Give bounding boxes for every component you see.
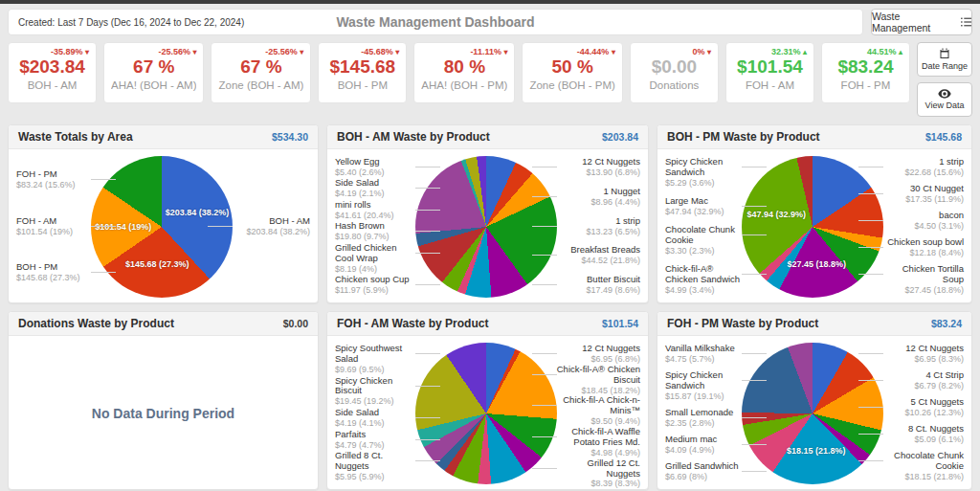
page-title: Waste Management Dashboard [9, 14, 862, 30]
panel-total-amount: $145.68 [925, 131, 962, 143]
panel-header: Waste Totals by Area $534.30 [9, 125, 318, 149]
pie-labels-right: 12 Ct Nuggets $6.95 (6.8%) Chick-fil-A® … [557, 342, 640, 484]
pie-callout-label: 12 Ct Nuggets $6.95 (6.8%) [557, 344, 640, 365]
header-row: Created: Last 7 Days (Dec 16, 2024 to De… [8, 9, 972, 35]
pie-callout-label: Grilled 8 Ct. Nuggets $5.95 (5.9%) [335, 451, 415, 482]
pie-chart-area: Vanilla Milkshake $4.75 (5.7%) Spicy Chi… [657, 336, 971, 490]
kpi-card[interactable]: 44.51% ▴ $83.24 FOH - PM [821, 42, 910, 103]
kpi-value: $83.24 [829, 56, 902, 78]
trend-caret-icon: ▾ [300, 48, 303, 56]
kpi-label: Zone (BOH - PM) [529, 79, 614, 91]
pie-callout-label: Large Mac $47.94 (32.9%) [665, 196, 742, 217]
trend-caret-icon: ▾ [395, 48, 399, 56]
kpi-change-dropdown[interactable]: -25.56% ▾ [265, 47, 303, 56]
panel-donations-waste: Donations Waste by Product $0.00 No Data… [8, 311, 319, 490]
panel-header: BOH - PM Waste by Product $145.68 [657, 125, 971, 149]
pie-slice-inner-label: $27.45 (18.8%) [787, 259, 846, 269]
kpi-change-dropdown[interactable]: 32.31% ▴ [771, 47, 807, 56]
pie-slice-inner-label: $18.15 (21.8%) [787, 446, 846, 456]
kpi-card[interactable]: -35.89% ▾ $203.84 BOH - AM [8, 42, 97, 103]
pie-callout-label: 4 Ct Strip $6.79 (8.2%) [883, 370, 964, 391]
kpi-card[interactable]: -11.11% ▾ 80 % AHA! (BOH - PM) [413, 42, 515, 103]
pie-callout-label: 8 Ct. Nuggets $5.09 (6.1%) [883, 424, 964, 445]
pie-callout-label: Chick-fil-A Chick-n-Minis™ $9.50 (9.4%) [557, 395, 640, 427]
pie-callout-label: Small Lemonade $2.35 (2.8%) [665, 408, 742, 429]
header-bar: Created: Last 7 Days (Dec 16, 2024 to De… [8, 9, 863, 35]
kpi-value: $101.54 [733, 56, 807, 78]
kpi-change-dropdown[interactable]: -45.68% ▾ [361, 47, 399, 56]
pie-slice-inner-label: $101.54 (19%) [95, 222, 151, 232]
kpi-card[interactable]: -45.68% ▾ $145.68 BOH - PM [318, 42, 407, 103]
panel-title: FOH - PM Waste by Product [667, 317, 818, 330]
kpi-change-dropdown[interactable]: -35.89% ▾ [51, 47, 89, 56]
pie-labels-right: BOH - AM $203.84 (38.2%) [233, 155, 310, 298]
pie-callout-label: Chicken soup Cup $11.97 (5.9%) [335, 275, 415, 296]
pie-callout-label: Medium mac $4.09 (4.9%) [665, 435, 742, 456]
trend-caret-icon: ▾ [612, 48, 615, 56]
kpi-label: Donations [637, 79, 711, 91]
date-range-button[interactable]: Date Range [917, 42, 972, 77]
foh-pm-pie-chart[interactable]: $18.15 (21.8%) [742, 343, 883, 484]
pie-callout-label: 5 Ct Nuggets $10.26 (12.3%) [883, 397, 964, 418]
pie-callout-label: 12 Ct Nuggets $6.95 (8.3%) [883, 344, 964, 365]
kpi-card[interactable]: -25.56% ▾ 67 % AHA! (BOH - AM) [103, 42, 204, 103]
pie-callout-label: BOH - AM $203.84 (38.2%) [233, 216, 310, 237]
foh-am-pie-chart[interactable] [415, 343, 557, 484]
pie-labels-right: 12 Ct Nuggets $13.90 (6.8%) 1 Nugget $8.… [557, 155, 640, 298]
pie-callout-label: Grilled Chicken Cool Wrap $8.19 (4%) [335, 243, 415, 275]
view-data-button[interactable]: View Data [917, 82, 972, 117]
panel-boh-am-waste: BOH - AM Waste by Product $203.84 Yellow… [326, 124, 649, 303]
trend-caret-icon: ▾ [503, 48, 507, 56]
panel-title: BOH - AM Waste by Product [337, 130, 490, 144]
pie-callout-label: Vanilla Milkshake $4.75 (5.7%) [665, 344, 742, 365]
charts-grid-row-2: Donations Waste by Product $0.00 No Data… [8, 311, 972, 490]
kpi-change-dropdown[interactable]: -44.44% ▾ [577, 47, 615, 56]
trend-caret-icon: ▾ [192, 48, 196, 56]
kpi-value: 67 % [111, 56, 196, 78]
panel-waste-totals-by-area: Waste Totals by Area $534.30 FOH - PM $8… [8, 124, 319, 303]
panel-total-amount: $0.00 [283, 318, 308, 329]
kpi-change-dropdown[interactable]: 0% ▾ [692, 47, 711, 56]
empty-chart-area: No Data During Period [9, 336, 318, 490]
boh-pm-pie-chart[interactable]: $27.45 (18.8%)$47.94 (32.9%) [742, 156, 883, 298]
waste-management-button-label: Waste Management [872, 11, 956, 33]
no-data-message: No Data During Period [92, 406, 234, 421]
kpi-card[interactable]: -25.56% ▾ 67 % Zone (BOH - AM) [211, 42, 311, 103]
panel-header: Donations Waste by Product $0.00 [9, 312, 318, 336]
trend-caret-icon: ▴ [899, 48, 902, 56]
kpi-card[interactable]: -44.44% ▾ 50 % Zone (BOH - PM) [522, 42, 622, 103]
list-icon [961, 17, 971, 27]
kpi-change-dropdown[interactable]: -11.11% ▾ [470, 47, 507, 56]
view-data-button-label: View Data [925, 100, 965, 110]
pie-callout-label: Parfaits $4.79 (4.7%) [335, 430, 415, 451]
kpi-row: -35.89% ▾ $203.84 BOH - AM -25.56% ▾ 67 … [8, 42, 972, 117]
pie-labels-right: 12 Ct Nuggets $6.95 (8.3%) 4 Ct Strip $6… [883, 342, 964, 484]
kpi-label: FOH - PM [829, 79, 902, 91]
panel-total-amount: $101.54 [602, 318, 638, 329]
pie-slice-inner-label: $47.94 (32.9%) [746, 210, 806, 219]
kpi-card[interactable]: 0% ▾ $0.00 Donations [630, 42, 719, 103]
pie-callout-label: mini rolls $41.61 (20.4%) [335, 200, 415, 221]
pie-callout-label: Hash Brown $19.80 (9.7%) [335, 221, 415, 242]
kpi-card[interactable]: 32.31% ▴ $101.54 FOH - AM [725, 42, 814, 103]
kpi-label: AHA! (BOH - AM) [111, 79, 196, 91]
charts-grid-row-1: Waste Totals by Area $534.30 FOH - PM $8… [8, 124, 972, 303]
panel-total-amount: $534.30 [272, 131, 308, 143]
kpi-value: 67 % [218, 56, 303, 78]
pie-callout-label: Spicy Chicken Biscuit $19.45 (19.2%) [335, 376, 415, 408]
pie-callout-label: Side Salad $4.19 (2.1%) [335, 178, 415, 199]
pie-slice-inner-label: $203.84 (38.2%) [166, 208, 230, 217]
waste-management-menu-button[interactable]: Waste Management [871, 9, 972, 35]
pie-labels-left: Yellow Egg $5.40 (2.6%) Side Salad $4.19… [335, 155, 415, 298]
pie-callout-label: 1 Nugget $8.96 (4.4%) [557, 187, 640, 208]
kpi-label: AHA! (BOH - PM) [421, 79, 507, 91]
calendar-icon [939, 48, 950, 59]
kpi-change-dropdown[interactable]: -25.56% ▾ [158, 47, 196, 56]
panel-foh-pm-waste: FOH - PM Waste by Product $83.24 Vanilla… [657, 311, 972, 490]
panel-foh-am-waste: FOH - AM Waste by Product $101.54 Spicy … [326, 311, 649, 490]
panel-title: Waste Totals by Area [18, 130, 133, 144]
top-border-strip [0, 0, 980, 4]
kpi-change-dropdown[interactable]: 44.51% ▴ [867, 47, 902, 56]
kpi-value: 50 % [529, 56, 614, 78]
trend-caret-icon: ▾ [707, 48, 711, 56]
